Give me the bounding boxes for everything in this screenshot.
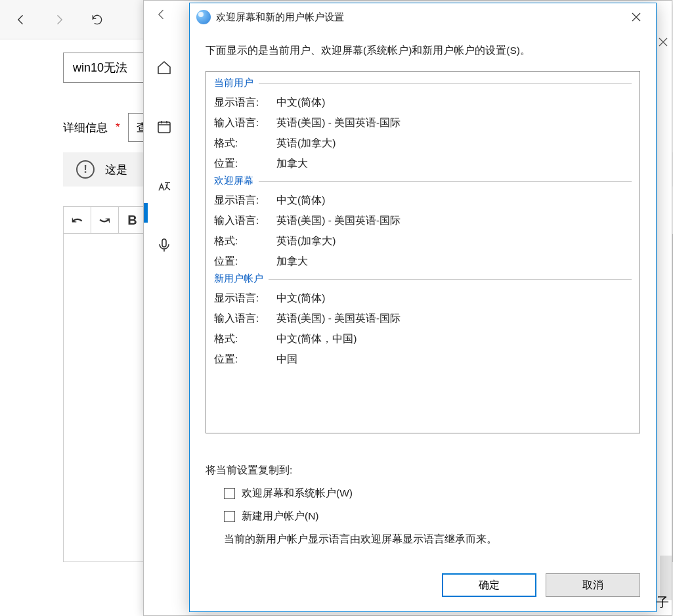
- calendar-icon[interactable]: [151, 114, 177, 140]
- undo-button[interactable]: ⤺: [64, 207, 91, 233]
- globe-icon: [196, 10, 211, 24]
- settings-row: 格式:中文(简体，中国): [214, 328, 632, 349]
- bottom-char: 子: [656, 594, 669, 611]
- settings-value: 中文(简体): [276, 190, 325, 210]
- settings-value: 中文(简体，中国): [276, 328, 357, 349]
- close-button[interactable]: [623, 7, 649, 27]
- ok-button[interactable]: 确定: [442, 573, 536, 597]
- settings-value: 英语(美国) - 美国英语-国际: [276, 308, 401, 328]
- settings-key: 输入语言:: [214, 112, 276, 133]
- forward-button[interactable]: [43, 4, 75, 35]
- checkbox-welcome-screen[interactable]: 欢迎屏幕和系统帐户(W): [206, 487, 640, 500]
- settings-value: 中文(简体): [276, 92, 325, 112]
- settings-row: 位置:中国: [214, 349, 632, 369]
- dialog-titlebar: 欢迎屏幕和新的用户帐户设置: [190, 3, 656, 31]
- settings-key: 显示语言:: [214, 190, 276, 210]
- section-title: 欢迎屏幕: [214, 175, 253, 187]
- settings-row: 输入语言:英语(美国) - 美国英语-国际: [214, 112, 632, 133]
- editor-toolbar: ⤺ ⤻ B: [63, 206, 147, 234]
- back-button[interactable]: [5, 4, 37, 35]
- welcome-screen-dialog: 欢迎屏幕和新的用户帐户设置 下面显示的是当前用户、欢迎屏幕(系统帐户)和新用户帐…: [189, 3, 657, 612]
- mic-icon[interactable]: [151, 232, 177, 258]
- close-icon[interactable]: [659, 33, 672, 47]
- alert-text: 这是: [105, 162, 127, 177]
- checkbox-label: 欢迎屏幕和系统帐户(W): [242, 487, 353, 500]
- info-icon: !: [76, 160, 95, 179]
- settings-row: 格式:英语(加拿大): [214, 133, 632, 153]
- settings-section: 新用户帐户显示语言:中文(简体)输入语言:英语(美国) - 美国英语-国际格式:…: [214, 273, 632, 369]
- details-label: 详细信息: [63, 120, 108, 135]
- dialog-title: 欢迎屏幕和新的用户帐户设置: [216, 11, 344, 24]
- dialog-intro: 下面显示的是当前用户、欢迎屏幕(系统帐户)和新用户帐户的设置(S)。: [206, 44, 640, 58]
- settings-sidebar: [144, 40, 185, 258]
- dialog-body: 下面显示的是当前用户、欢迎屏幕(系统帐户)和新用户帐户的设置(S)。 当前用户显…: [190, 31, 656, 560]
- settings-key: 格式:: [214, 133, 276, 153]
- settings-key: 输入语言:: [214, 308, 276, 328]
- settings-value: 加拿大: [276, 251, 308, 271]
- settings-row: 输入语言:英语(美国) - 美国英语-国际: [214, 308, 632, 328]
- cancel-button[interactable]: 取消: [546, 573, 640, 597]
- settings-row: 显示语言:中文(简体): [214, 92, 632, 112]
- checkbox-new-user[interactable]: 新建用户帐户(N): [206, 510, 640, 523]
- settings-section: 欢迎屏幕显示语言:中文(简体)输入语言:英语(美国) - 美国英语-国际格式:英…: [214, 175, 632, 271]
- settings-row: 显示语言:中文(简体): [214, 190, 632, 210]
- settings-key: 输入语言:: [214, 210, 276, 231]
- settings-panel: 当前用户显示语言:中文(简体)输入语言:英语(美国) - 美国英语-国际格式:英…: [206, 71, 640, 433]
- svg-rect-1: [162, 239, 166, 247]
- required-mark: *: [116, 121, 120, 134]
- settings-key: 位置:: [214, 349, 276, 369]
- settings-value: 中文(简体): [276, 288, 325, 308]
- checkbox-icon: [224, 511, 235, 522]
- section-divider: [259, 83, 632, 84]
- home-icon[interactable]: [151, 55, 177, 81]
- section-title: 新用户帐户: [214, 273, 263, 285]
- redo-button[interactable]: ⤻: [91, 207, 119, 233]
- settings-key: 位置:: [214, 153, 276, 173]
- settings-row: 显示语言:中文(简体): [214, 288, 632, 308]
- settings-value: 英语(加拿大): [276, 133, 336, 153]
- settings-row: 位置:加拿大: [214, 153, 632, 173]
- checkbox-icon: [224, 488, 235, 499]
- settings-key: 格式:: [214, 231, 276, 251]
- checkbox-label: 新建用户帐户(N): [242, 510, 319, 523]
- settings-value: 加拿大: [276, 153, 308, 173]
- bold-button[interactable]: B: [119, 207, 146, 233]
- settings-key: 显示语言:: [214, 92, 276, 112]
- settings-back-button[interactable]: [149, 2, 174, 27]
- settings-row: 输入语言:英语(美国) - 美国英语-国际: [214, 210, 632, 231]
- refresh-button[interactable]: [81, 4, 113, 35]
- copy-section: 将当前设置复制到: 欢迎屏幕和系统帐户(W) 新建用户帐户(N) 当前的新用户帐…: [206, 464, 640, 546]
- settings-key: 格式:: [214, 328, 276, 349]
- dialog-footer: 确定 取消: [190, 560, 656, 611]
- language-icon[interactable]: [151, 173, 177, 199]
- settings-row: 格式:英语(加拿大): [214, 231, 632, 251]
- settings-key: 显示语言:: [214, 288, 276, 308]
- settings-value: 英语(美国) - 美国英语-国际: [276, 112, 401, 133]
- settings-key: 位置:: [214, 251, 276, 271]
- settings-row: 位置:加拿大: [214, 251, 632, 271]
- section-divider: [259, 181, 632, 182]
- inherit-note: 当前的新用户帐户显示语言由欢迎屏幕显示语言继承而来。: [206, 533, 640, 546]
- section-title: 当前用户: [214, 77, 253, 89]
- settings-value: 中国: [276, 349, 297, 369]
- svg-rect-0: [158, 122, 170, 133]
- copy-label: 将当前设置复制到:: [206, 464, 640, 477]
- settings-section: 当前用户显示语言:中文(简体)输入语言:英语(美国) - 美国英语-国际格式:英…: [214, 77, 632, 173]
- settings-value: 英语(美国) - 美国英语-国际: [276, 210, 401, 231]
- settings-value: 英语(加拿大): [276, 231, 336, 251]
- section-divider: [269, 279, 632, 280]
